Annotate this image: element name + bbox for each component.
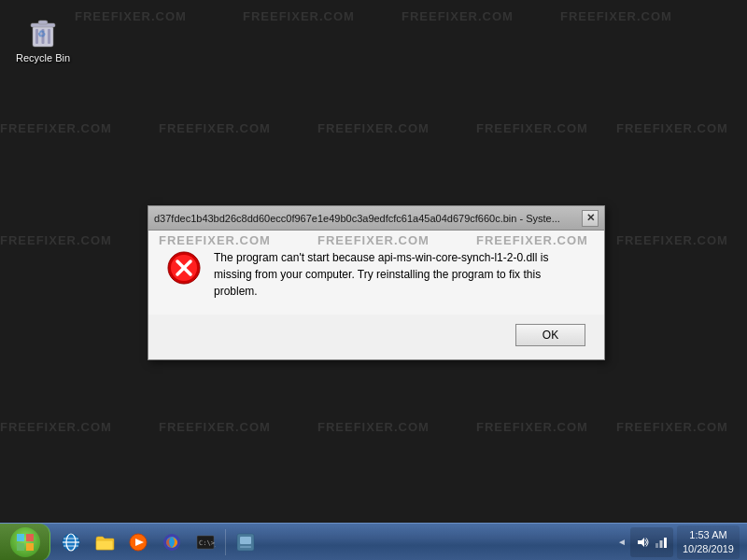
dialog-body: The program can't start because api-ms-w… xyxy=(148,231,604,315)
svg-rect-14 xyxy=(26,543,34,551)
recycle-bin-label: Recycle Bin xyxy=(16,52,70,63)
watermark-text: FREEFIXER.COM xyxy=(616,121,728,135)
explorer-taskbar-icon[interactable] xyxy=(89,526,120,558)
svg-rect-20 xyxy=(96,540,113,550)
desktop: ♻ Recycle Bin d37fdec1b43bd26c8dd60ecc0f… xyxy=(0,0,747,523)
system-tray: ◄ 1:53 AM 10/28/2019 xyxy=(617,525,747,559)
ok-button[interactable]: OK xyxy=(515,324,585,346)
watermark-text: FREEFIXER.COM xyxy=(560,9,672,23)
start-orb xyxy=(10,527,40,557)
svg-rect-32 xyxy=(659,540,662,548)
watermark-text: FREEFIXER.COM xyxy=(0,420,112,434)
start-button[interactable] xyxy=(0,524,50,561)
app-icon xyxy=(235,532,256,553)
watermark-text: FREEFIXER.COM xyxy=(616,233,728,247)
taskbar-divider xyxy=(225,529,226,555)
svg-rect-3 xyxy=(48,29,50,44)
watermark-text: FREEFIXER.COM xyxy=(0,233,112,247)
watermark-text: FREEFIXER.COM xyxy=(402,9,514,23)
ie-taskbar-icon[interactable] xyxy=(55,526,87,558)
folder-icon xyxy=(94,532,115,553)
taskbar: C:\>_ ◄ 1:53 AM xyxy=(0,523,747,560)
error-icon xyxy=(167,251,201,285)
clock: 1:53 AM 10/28/2019 xyxy=(677,525,740,559)
speaker-icon xyxy=(636,536,649,549)
svg-text:C:\>_: C:\>_ xyxy=(199,539,216,547)
error-dialog: d37fdec1b43bd26c8dd60ecc0f967e1e49b0c3a9… xyxy=(148,205,605,360)
watermark-text: FREEFIXER.COM xyxy=(317,420,430,434)
tray-icons xyxy=(630,527,673,557)
svg-text:♻: ♻ xyxy=(37,29,46,39)
svg-rect-13 xyxy=(17,543,24,551)
dialog-title: d37fdec1b43bd26c8dd60ecc0f967e1e49b0c3a9… xyxy=(154,213,560,224)
network-icon xyxy=(655,536,668,549)
watermark-text: FREEFIXER.COM xyxy=(317,121,430,135)
watermark-text: FREEFIXER.COM xyxy=(476,121,588,135)
windows-logo-icon xyxy=(16,533,35,552)
svg-marker-30 xyxy=(638,538,644,547)
firefox-icon xyxy=(162,532,182,553)
watermark-text: FREEFIXER.COM xyxy=(75,9,187,23)
watermark-text: FREEFIXER.COM xyxy=(243,9,355,23)
cmd-icon: C:\>_ xyxy=(195,532,216,553)
app-taskbar-icon[interactable] xyxy=(230,526,261,558)
media-player-taskbar-icon[interactable] xyxy=(122,526,154,558)
watermark-text: FREEFIXER.COM xyxy=(476,420,588,434)
clock-time: 1:53 AM xyxy=(689,528,726,541)
watermark-text: FREEFIXER.COM xyxy=(159,420,271,434)
svg-rect-33 xyxy=(664,538,667,548)
dialog-titlebar: d37fdec1b43bd26c8dd60ecc0f967e1e49b0c3a9… xyxy=(148,206,604,231)
svg-rect-31 xyxy=(655,543,658,548)
dialog-footer: OK xyxy=(148,315,604,359)
svg-rect-29 xyxy=(240,546,251,548)
svg-rect-5 xyxy=(38,21,48,24)
recycle-bin-icon[interactable]: ♻ Recycle Bin xyxy=(9,7,77,67)
cmd-taskbar-icon[interactable]: C:\>_ xyxy=(190,526,221,558)
clock-date: 10/28/2019 xyxy=(683,542,734,555)
error-message: The program can't start because api-ms-w… xyxy=(214,249,585,300)
media-player-icon xyxy=(128,532,148,553)
svg-rect-12 xyxy=(26,534,34,541)
watermark-text: FREEFIXER.COM xyxy=(616,420,728,434)
ie-icon xyxy=(61,532,81,553)
recycle-bin-image: ♻ xyxy=(24,11,62,49)
firefox-taskbar-icon[interactable] xyxy=(156,526,188,558)
svg-rect-28 xyxy=(240,537,251,544)
close-button[interactable]: ✕ xyxy=(582,210,599,227)
watermark-text: FREEFIXER.COM xyxy=(159,121,271,135)
watermark-text: FREEFIXER.COM xyxy=(0,121,112,135)
svg-rect-11 xyxy=(17,534,24,541)
tray-expand-arrow[interactable]: ◄ xyxy=(617,537,627,547)
